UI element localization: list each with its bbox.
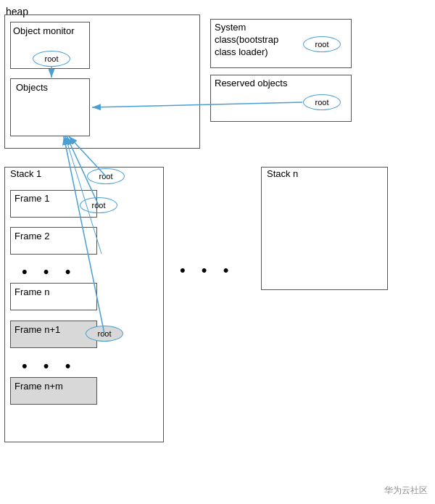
dots-mid: • • • [180, 261, 234, 280]
frame1-label: Frame 1 [14, 193, 49, 204]
root-oval-system: root [303, 36, 341, 52]
system-class-label: System class(bootstrap class loader) [215, 22, 302, 59]
framem-label: Frame n+m [14, 381, 63, 392]
framen1-label: Frame n+1 [14, 324, 60, 335]
framen-label: Frame n [14, 286, 49, 297]
stack1-label: Stack 1 [10, 168, 41, 179]
stackn-box [261, 167, 388, 290]
frame2-label: Frame 2 [14, 231, 49, 241]
reserved-label: Reserved objects [215, 78, 302, 90]
stackn-label: Stack n [267, 168, 298, 179]
dots1: • • • [22, 263, 76, 281]
obj-monitor-label: Object monitor [13, 25, 75, 38]
diagram: heap Object monitor root Objects System … [0, 0, 435, 504]
root-oval-frame1: root [80, 197, 117, 213]
root-oval-framen1: root [86, 326, 123, 342]
dots2: • • • [22, 357, 76, 376]
objects-label: Objects [16, 82, 48, 93]
root-oval-monitor: root [33, 51, 70, 67]
watermark: 华为云社区 [384, 484, 428, 497]
root-oval-reserved: root [303, 94, 341, 110]
root-oval-stack1: root [87, 168, 125, 184]
